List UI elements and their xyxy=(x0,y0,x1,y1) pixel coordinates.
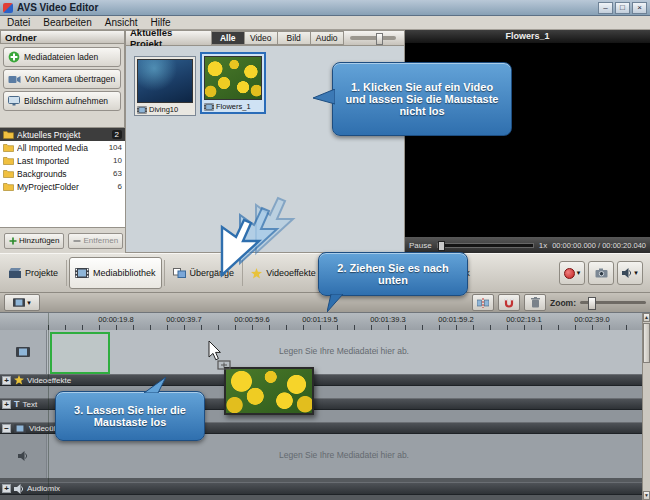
transition-icon xyxy=(173,268,186,278)
scroll-up-arrow[interactable]: ▲ xyxy=(643,313,650,322)
playback-rate: 1x xyxy=(539,241,547,250)
speaker-icon xyxy=(14,484,24,494)
close-button[interactable]: × xyxy=(632,2,647,14)
folder-list: Aktuelles Projekt 2 All Imported Media 1… xyxy=(0,127,125,228)
overlay-track-gutter xyxy=(0,434,47,478)
snapshot-button[interactable] xyxy=(588,261,614,285)
filter-tab-alle[interactable]: Alle xyxy=(211,31,245,45)
capture-camera-button[interactable]: Von Kamera übertragen xyxy=(3,69,121,89)
capture-screen-button[interactable]: Bildschirm aufnehmen xyxy=(3,91,121,111)
add-media-icon xyxy=(8,51,20,63)
magnet-button[interactable] xyxy=(498,294,520,311)
chevron-down-icon: ▾ xyxy=(27,299,31,307)
callout-step1: 1. Klicken Sie auf ein Video und lassen … xyxy=(332,62,512,136)
plus-icon xyxy=(9,237,17,245)
folder-row-last-imported[interactable]: Last Imported 10 xyxy=(0,154,125,167)
tab-mediabibliothek[interactable]: Mediabibliothek xyxy=(69,257,162,289)
zoom-slider[interactable] xyxy=(580,301,646,304)
scroll-down-arrow[interactable]: ▼ xyxy=(643,491,650,500)
seek-knob[interactable] xyxy=(438,241,445,251)
text-icon: T xyxy=(14,399,20,409)
split-button[interactable] xyxy=(472,294,494,311)
playback-status: Pause xyxy=(409,241,432,250)
track-label: Text xyxy=(23,400,38,409)
callout-tail xyxy=(313,89,335,105)
seek-slider[interactable] xyxy=(437,243,534,248)
folder-icon xyxy=(3,130,14,139)
expand-icon[interactable]: + xyxy=(2,376,11,385)
folder-count: 104 xyxy=(109,143,122,152)
media-item-diving10[interactable]: Diving10 xyxy=(134,56,196,116)
expand-icon[interactable]: + xyxy=(2,400,11,409)
film-icon xyxy=(137,106,147,114)
media-item-label: Diving10 xyxy=(149,105,178,114)
ruler-label: 00:02:19.1 xyxy=(494,315,554,324)
menu-item-bearbeiten[interactable]: Bearbeiten xyxy=(43,17,91,28)
drag-arrow-icon xyxy=(216,196,300,278)
delete-button[interactable] xyxy=(524,294,546,311)
ruler-label: 00:00:19.8 xyxy=(86,315,146,324)
folder-count: 2 xyxy=(112,130,122,139)
film-icon xyxy=(14,424,26,433)
audio-track-bar[interactable]: + Audiomix xyxy=(0,482,642,495)
minimize-button[interactable]: – xyxy=(598,2,613,14)
folder-row-backgrounds[interactable]: Backgrounds 63 xyxy=(0,167,125,180)
remove-folder-button[interactable]: Entfernen xyxy=(68,233,123,249)
folders-header: Ordner xyxy=(0,30,125,44)
add-track-button[interactable]: ▾ xyxy=(4,294,40,311)
film-icon xyxy=(13,298,25,307)
folder-row-myprojectfolder[interactable]: MyProjectFolder 6 xyxy=(0,180,125,193)
menu-item-datei[interactable]: Datei xyxy=(7,17,30,28)
collapse-icon[interactable]: − xyxy=(2,424,11,433)
main-video-track[interactable]: Legen Sie Ihre Mediadatei hier ab. xyxy=(0,330,642,374)
scrollbar-thumb[interactable] xyxy=(643,323,650,363)
load-media-button[interactable]: Mediadateien laden xyxy=(3,47,121,67)
clapboard-icon xyxy=(9,268,21,278)
callout-tail xyxy=(327,294,345,312)
playhead-line[interactable] xyxy=(48,313,49,500)
record-button[interactable]: ▾ xyxy=(559,261,585,285)
zoom-knob[interactable] xyxy=(588,297,596,310)
callout-tail xyxy=(144,377,166,393)
filter-tab-video[interactable]: Video xyxy=(245,31,278,45)
folder-icon xyxy=(3,169,14,178)
film-icon xyxy=(204,103,214,111)
timecode: 00:00:00.000 / 00:00:20.040 xyxy=(552,241,646,250)
media-item-flowers1[interactable]: Flowers_1 xyxy=(200,52,266,114)
timeline-scrollbar[interactable]: ▲ ▼ xyxy=(642,313,650,500)
chevron-down-icon: ▾ xyxy=(634,269,638,277)
slider-knob[interactable] xyxy=(376,33,383,45)
media-library-panel: Mediabibliothek Mediadateien laden Von K… xyxy=(0,30,125,253)
folder-row-all-imported[interactable]: All Imported Media 104 xyxy=(0,141,125,154)
callout-step2: 2. Ziehen Sie es nach unten xyxy=(318,252,468,296)
folder-icon xyxy=(3,182,14,191)
thumbnail-size-slider[interactable] xyxy=(350,36,396,40)
tab-projekte[interactable]: Projekte xyxy=(3,257,64,289)
zoom-label: Zoom: xyxy=(550,298,576,308)
star-icon xyxy=(14,375,24,385)
filter-tab-audio[interactable]: Audio xyxy=(311,31,344,45)
window-title: AVS Video Editor xyxy=(17,2,596,13)
add-folder-button[interactable]: Hinzufügen xyxy=(4,233,64,249)
camcorder-icon xyxy=(8,75,21,84)
dragged-clip-flowers[interactable] xyxy=(224,367,314,415)
ruler-label: 00:01:19.5 xyxy=(290,315,350,324)
filter-tab-bild[interactable]: Bild xyxy=(278,31,311,45)
toolbar-separator xyxy=(164,260,165,286)
preview-title: Flowers_1 xyxy=(405,30,650,43)
callout-step3: 3. Lassen Sie hier die Maustaste los xyxy=(55,391,205,441)
folder-row-aktuelles-projekt[interactable]: Aktuelles Projekt 2 xyxy=(0,128,125,141)
drop-hint: Legen Sie Ihre Mediadatei hier ab. xyxy=(46,450,642,460)
timeline-ruler[interactable]: 00:00:19.8 00:00:39.7 00:00:59.6 00:01:1… xyxy=(0,313,642,331)
app-icon xyxy=(3,3,13,13)
menu-bar: Datei Bearbeiten Ansicht Hilfe xyxy=(0,16,650,30)
drop-hint: Legen Sie Ihre Mediadatei hier ab. xyxy=(46,346,642,356)
effects-track-bar[interactable]: + Videoeffekte xyxy=(0,374,642,386)
volume-button[interactable]: ▾ xyxy=(617,261,643,285)
app-window: AVS Video Editor – □ × Datei Bearbeiten … xyxy=(0,0,650,500)
ruler-label: 00:01:59.2 xyxy=(426,315,486,324)
expand-icon[interactable]: + xyxy=(2,484,11,493)
maximize-button[interactable]: □ xyxy=(615,2,630,14)
playback-bar: Pause 1x 00:00:00.000 / 00:00:20.040 xyxy=(405,237,650,253)
diving10-thumbnail xyxy=(137,59,193,103)
